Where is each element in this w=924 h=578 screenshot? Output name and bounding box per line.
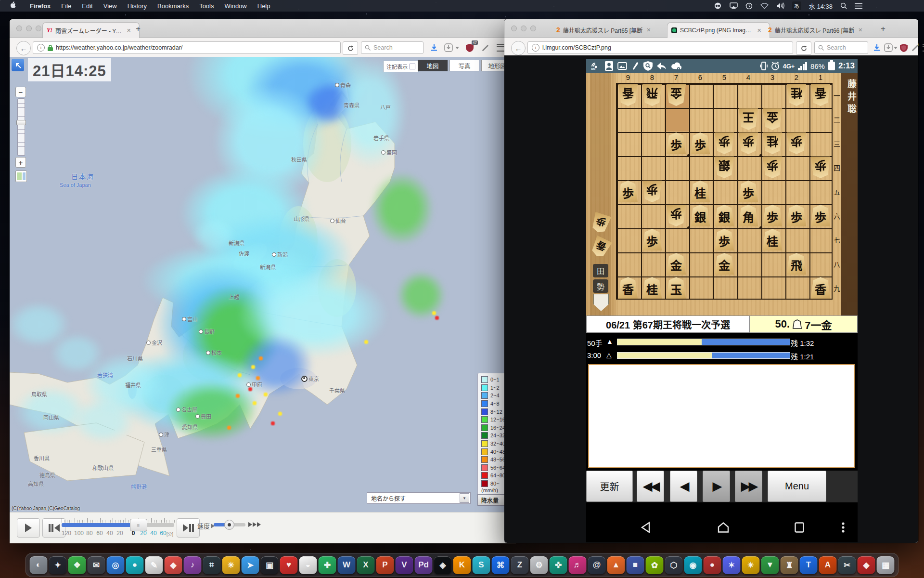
url-bar[interactable]: i https://weather.yahoo.co.jp/weather/zo… bbox=[33, 41, 341, 54]
download-arrow-icon[interactable] bbox=[429, 43, 439, 52]
dock-icon[interactable]: ● bbox=[126, 556, 144, 574]
menu-bookmarks[interactable]: Bookmarks bbox=[152, 2, 194, 10]
tab-close-icon[interactable]: ✕ bbox=[646, 27, 651, 33]
tab-close-icon[interactable]: ✕ bbox=[127, 27, 131, 34]
dock-icon[interactable]: ✦ bbox=[49, 556, 67, 574]
dock-icon[interactable]: ✜ bbox=[550, 556, 567, 574]
map-scale-icon[interactable] bbox=[15, 171, 27, 182]
downloads-panel-icon[interactable] bbox=[884, 43, 893, 52]
dock-icon[interactable]: ➤ bbox=[242, 556, 259, 574]
new-tab-button[interactable]: + bbox=[136, 24, 141, 34]
time-slider-handle[interactable]: ≡ bbox=[130, 519, 147, 531]
new-tab-button[interactable]: + bbox=[881, 24, 886, 34]
layer-tab-map[interactable]: 地図 bbox=[418, 60, 448, 71]
menu-window[interactable]: Window bbox=[219, 2, 252, 10]
menu-view[interactable]: View bbox=[98, 2, 122, 10]
dock-icon[interactable]: X bbox=[357, 556, 375, 574]
minimize-window-button[interactable] bbox=[521, 26, 526, 31]
dock-icon[interactable]: ⬡ bbox=[665, 556, 683, 574]
dock-icon[interactable]: ◈ bbox=[434, 556, 452, 574]
zoom-window-button[interactable] bbox=[530, 26, 536, 31]
download-arrow-icon[interactable] bbox=[872, 43, 882, 52]
tab-weather[interactable]: Y! 雨雲ズームレーダー - Yahoo!天 ✕ bbox=[42, 22, 140, 38]
menu-tools[interactable]: Tools bbox=[194, 2, 219, 10]
dock-icon[interactable]: ♬ bbox=[569, 556, 587, 574]
back-button[interactable]: ← bbox=[511, 41, 526, 55]
hamburger-menu-icon[interactable] bbox=[496, 43, 505, 52]
tab-close-icon[interactable]: ✕ bbox=[858, 27, 862, 33]
window-controls[interactable] bbox=[511, 26, 536, 31]
dock-icon[interactable]: ◎ bbox=[107, 556, 125, 574]
dock-icon[interactable]: T bbox=[800, 556, 818, 574]
back-button[interactable]: ← bbox=[16, 41, 31, 55]
dock-icon[interactable]: ▼ bbox=[761, 556, 779, 574]
tab-thread-65[interactable]: 2 藤井聡太応援スレ Part65 [無断 ✕ bbox=[552, 22, 671, 38]
hamburger-menu-icon[interactable] bbox=[921, 43, 924, 52]
menu-history[interactable]: History bbox=[122, 2, 152, 10]
tab-close-icon[interactable]: ✕ bbox=[757, 27, 761, 34]
chevron-down-icon[interactable]: ▼ bbox=[460, 493, 469, 503]
apple-menu-icon[interactable] bbox=[10, 1, 16, 10]
dock-icon[interactable]: W bbox=[338, 556, 356, 574]
site-info-icon[interactable]: i bbox=[37, 44, 45, 52]
dock-icon[interactable]: ◐ bbox=[30, 556, 48, 574]
airplay-icon[interactable] bbox=[730, 2, 738, 9]
ublock-icon[interactable] bbox=[899, 43, 909, 52]
dock-icon[interactable]: ☀ bbox=[222, 556, 240, 574]
dock-icon[interactable]: K bbox=[453, 556, 471, 574]
zoom-in-button[interactable]: + bbox=[15, 157, 26, 168]
dock-icon[interactable]: ⌗ bbox=[203, 556, 221, 574]
close-window-button[interactable] bbox=[511, 26, 517, 31]
reload-button[interactable] bbox=[796, 41, 811, 55]
dock-icon[interactable]: ◉ bbox=[684, 556, 702, 574]
wifi-icon[interactable] bbox=[760, 3, 769, 9]
reload-button[interactable] bbox=[343, 41, 358, 55]
volume-icon[interactable] bbox=[776, 2, 784, 9]
dock-icon[interactable]: S bbox=[473, 556, 490, 574]
dock-icon[interactable]: ■ bbox=[627, 556, 644, 574]
time-machine-icon[interactable] bbox=[745, 2, 753, 10]
window-controls[interactable] bbox=[16, 26, 41, 31]
input-method-icon[interactable]: あ bbox=[792, 1, 801, 10]
minimize-window-button[interactable] bbox=[26, 26, 32, 31]
dock-icon[interactable]: ✂ bbox=[838, 556, 856, 574]
layer-tab-photo[interactable]: 写真 bbox=[449, 60, 479, 71]
dock-icon[interactable]: ◆ bbox=[165, 556, 182, 574]
url-bar[interactable]: i i.imgur.com/SCBCztP.png bbox=[527, 41, 793, 54]
zoom-control[interactable]: − + bbox=[15, 87, 27, 182]
site-info-icon[interactable]: i bbox=[532, 44, 539, 52]
map-collapse-button[interactable] bbox=[12, 59, 24, 71]
dock-icon[interactable]: ❖ bbox=[68, 556, 86, 574]
imgur-titlebar[interactable]: 2 藤井聡太応援スレ Part65 [無断 ✕ SCBCztP.png (PNG… bbox=[504, 19, 918, 38]
play-button[interactable] bbox=[17, 518, 40, 538]
dock-icon[interactable]: ♜ bbox=[781, 556, 798, 574]
speed-slider-knob[interactable] bbox=[224, 520, 234, 530]
zoom-slider[interactable] bbox=[17, 98, 25, 156]
tab-imgur-image[interactable]: SCBCztP.png (PNG Image, 72 ✕ bbox=[667, 22, 770, 38]
time-slider[interactable]: 120100806040200204060 ≡ [分] bbox=[62, 523, 174, 527]
annotation-checkbox[interactable] bbox=[410, 64, 415, 69]
dock-icon[interactable]: ♥ bbox=[280, 556, 298, 574]
chevron-down-icon[interactable] bbox=[455, 43, 460, 52]
dock-icon[interactable]: ✶ bbox=[723, 556, 741, 574]
dock-icon[interactable]: Pd bbox=[415, 556, 433, 574]
dock-icon[interactable]: ✿ bbox=[646, 556, 664, 574]
pencil-icon[interactable] bbox=[480, 43, 490, 52]
tab-thread-66[interactable]: 2 藤井聡太応援スレ Part66 [無断 ✕ bbox=[764, 22, 883, 38]
placename-search-box[interactable]: 地名から探す▼ bbox=[367, 492, 471, 504]
notification-center-icon[interactable] bbox=[855, 3, 862, 9]
rain-radar-map[interactable]: 日本海Sea of Japan青森青森県八戸岩手県盛岡秋田県山形県仙台新潟県佐渡… bbox=[10, 57, 516, 512]
chevron-down-icon[interactable] bbox=[893, 43, 898, 52]
dock-icon[interactable]: ✉ bbox=[88, 556, 105, 574]
dock-icon[interactable]: V bbox=[396, 556, 413, 574]
dock-icon[interactable]: A bbox=[819, 556, 837, 574]
dock-icon[interactable]: Z bbox=[511, 556, 529, 574]
dock-icon[interactable]: ♪ bbox=[184, 556, 202, 574]
pencil-icon[interactable] bbox=[910, 43, 920, 52]
dock-icon[interactable]: ⚙ bbox=[530, 556, 548, 574]
dock-icon[interactable]: P bbox=[376, 556, 394, 574]
menu-bar-clock[interactable]: 水 14:38 bbox=[809, 1, 833, 11]
dock-icon[interactable]: ◆ bbox=[858, 556, 875, 574]
step-forward-button[interactable] bbox=[177, 518, 200, 538]
annotation-toggle[interactable]: 注記表示 bbox=[383, 61, 419, 72]
